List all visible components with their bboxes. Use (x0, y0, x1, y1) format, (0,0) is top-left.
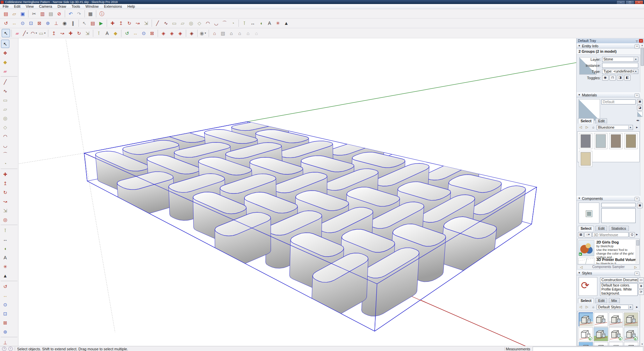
push-pull-button[interactable]: ↥ (117, 19, 125, 28)
home-icon[interactable]: ⌂▾ (584, 232, 592, 237)
style-thumbnail[interactable]: ▶ (579, 327, 593, 341)
menu-help[interactable]: Help (125, 4, 138, 9)
three-point-arc-button[interactable]: ⌒ (220, 19, 229, 28)
menu-file[interactable]: File (0, 4, 11, 9)
undo-button[interactable]: ↶ (66, 9, 75, 18)
component-thumbnail[interactable] (578, 258, 594, 264)
zoom-extents-button[interactable]: ⊠ (148, 29, 156, 37)
component-name-field[interactable] (601, 203, 636, 207)
pan-button[interactable]: ↔ (10, 19, 18, 28)
styles-close-button[interactable]: × (635, 271, 639, 276)
style-thumbnail[interactable]: ▶ (609, 342, 623, 346)
view-box-button[interactable]: ▧ (219, 29, 227, 37)
select-tool-button[interactable]: ↖ (80, 19, 89, 28)
style-thumbnail[interactable] (594, 327, 608, 341)
chevron-down-icon[interactable]: ▼ (26, 32, 29, 34)
styles-tab-mix[interactable]: Mix (609, 298, 620, 303)
style-name-field[interactable]: Construction Documentation St (600, 277, 638, 282)
refresh-icon[interactable]: ⟳ (638, 290, 644, 295)
position-camera-button[interactable]: ⊥ (1, 338, 9, 347)
components-tab-statistics[interactable]: Statistics (609, 226, 629, 231)
title-bar[interactable]: Cobblestone Herringbone Pattern - Narrow… (0, 0, 644, 4)
style-thumbnail[interactable]: ▶ (624, 327, 638, 341)
style-builder-icon[interactable]: ◈ (638, 283, 644, 289)
material-swatch[interactable] (594, 133, 607, 149)
extension-warehouse-button[interactable]: ◈ (187, 29, 196, 37)
material-swatch[interactable] (579, 151, 592, 167)
move-button[interactable]: ✚ (66, 29, 75, 37)
components-header[interactable]: ▼ Components × (577, 196, 640, 201)
view-back-button[interactable]: ⌂ (244, 29, 252, 37)
materials-close-button[interactable]: × (635, 93, 639, 98)
account-button[interactable]: ◉▼ (199, 29, 207, 37)
view-iso-button[interactable]: ⌂ (210, 29, 219, 37)
freehand-button[interactable]: ∿ (162, 19, 170, 28)
model-viewport[interactable] (18, 38, 576, 346)
collapse-icon[interactable]: ▼ (578, 271, 581, 274)
print-button[interactable]: ▦ (86, 9, 95, 18)
orbit-button[interactable]: ↺ (123, 29, 131, 37)
scroll-down-icon[interactable]: ▼ (640, 342, 644, 346)
scroll-up-icon[interactable]: ▲ (640, 43, 644, 47)
instance-input[interactable] (602, 63, 638, 68)
home-icon[interactable]: ⌂ (591, 305, 596, 309)
chevron-down-icon[interactable]: ▼ (634, 70, 638, 73)
3d-text-button[interactable]: ▲ (282, 19, 290, 28)
forward-icon[interactable]: ▷ (584, 305, 590, 309)
back-icon[interactable]: ◁ (578, 125, 583, 130)
zoom-button[interactable]: ⊙ (140, 29, 148, 37)
paint-bucket-button[interactable]: ◆ (111, 29, 120, 37)
scrollbar-thumb[interactable] (641, 48, 644, 66)
components-footer[interactable]: Components Sampler (592, 265, 625, 269)
toggle-locked-icon[interactable]: ⊓ (609, 75, 616, 81)
tray-scrollbar[interactable]: ▲ ▼ (640, 43, 644, 346)
material-swatch[interactable] (579, 133, 592, 149)
rotate-button[interactable]: ↻ (75, 29, 83, 37)
paste-button[interactable]: ▤ (47, 9, 55, 18)
component-list-item[interactable]: 2D Girls Dog by SketchUp Use the Interac… (578, 240, 636, 259)
circle-button[interactable]: ◎ (1, 114, 9, 122)
zoom-previous-button[interactable]: ⊚ (1, 327, 9, 336)
style-thumbnail[interactable] (624, 342, 638, 346)
forward-icon[interactable]: ▷ (584, 125, 590, 130)
follow-me-button[interactable]: ↝ (133, 19, 142, 28)
menu-window[interactable]: Window (83, 4, 101, 9)
pie-button[interactable]: ◔ (229, 19, 237, 28)
arc-button[interactable]: ◠ (1, 132, 9, 140)
view-left-button[interactable]: ⌂ (252, 29, 261, 37)
chevron-down-icon[interactable]: ▼ (634, 57, 638, 61)
materials-tab-edit[interactable]: Edit (595, 118, 607, 124)
tray-close-button[interactable]: × (639, 39, 643, 43)
tape-measure-button[interactable]: ⊺ (240, 19, 249, 28)
zoom-extents-button[interactable]: ⊠ (35, 19, 44, 28)
push-pull-button[interactable]: ↥ (1, 179, 9, 187)
components-tab-edit[interactable]: Edit (595, 226, 607, 231)
get-models-button[interactable]: ◈ (159, 29, 168, 37)
zoom-previous-button[interactable]: ⊚ (44, 19, 52, 28)
toggle-visible-icon[interactable]: ◉ (602, 75, 608, 81)
orbit-button[interactable]: ↺ (1, 282, 9, 291)
eraser-button[interactable]: ▰ (1, 67, 9, 75)
line-button[interactable]: ╱ (153, 19, 162, 28)
details-icon[interactable]: ▸ (634, 232, 640, 237)
styles-header[interactable]: ▼ Styles × (577, 270, 640, 275)
scale-button[interactable]: ⇲ (142, 19, 150, 28)
materials-tab-select[interactable]: Select (578, 118, 594, 124)
type-dropdown[interactable]: Type: <undefined>▼ (602, 69, 638, 74)
share-component-button[interactable]: ◈ (176, 29, 184, 37)
move-button[interactable]: ✚ (108, 19, 117, 28)
dimension-button[interactable]: ↔ (1, 235, 9, 244)
chevron-down-icon[interactable]: ▼ (44, 32, 46, 34)
tape-measure-button[interactable]: ⊺ (95, 29, 103, 37)
axes-button[interactable]: ✳ (274, 19, 282, 28)
text-button[interactable]: A (265, 19, 274, 28)
pan-button[interactable]: ↔ (1, 291, 9, 300)
menu-edit[interactable]: Edit (11, 4, 23, 9)
view-top-button[interactable]: ⌂ (227, 29, 235, 37)
open-button[interactable]: ▱ (10, 9, 18, 18)
component-description-field[interactable] (601, 208, 636, 223)
orbit-button[interactable]: ↺ (2, 19, 10, 28)
credits-icon[interactable]: i (8, 347, 13, 351)
material-collection-dropdown[interactable]: Bluestone▼ (597, 125, 633, 130)
toggle-cast-shadows-icon[interactable]: ◨ (617, 75, 623, 81)
